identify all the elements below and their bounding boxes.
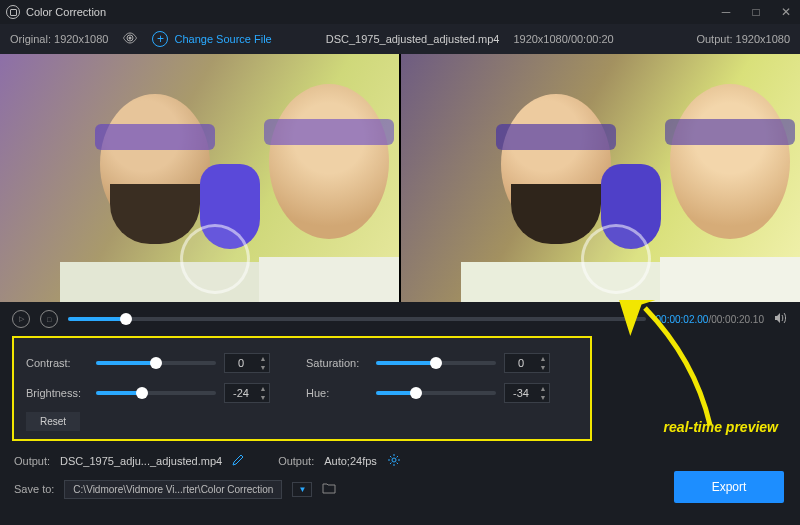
playback-bar: ▷ □ 00:00:02.00/00:00:20.10 bbox=[0, 302, 800, 336]
saturation-value[interactable]: 0▲▼ bbox=[504, 353, 550, 373]
brightness-label: Brightness: bbox=[26, 387, 88, 399]
saveto-path[interactable]: C:\Vidmore\Vidmore Vi...rter\Color Corre… bbox=[64, 480, 282, 499]
color-controls-panel: Contrast: 0▲▼ Saturation: 0▲▼ Brightness… bbox=[12, 336, 592, 441]
original-resolution-label: Original: 1920x1080 bbox=[10, 33, 108, 45]
saturation-label: Saturation: bbox=[306, 357, 368, 369]
chevron-up-icon[interactable]: ▲ bbox=[257, 384, 269, 393]
chevron-down-icon[interactable]: ▼ bbox=[537, 393, 549, 402]
app-logo-icon bbox=[6, 5, 20, 19]
svg-point-0 bbox=[129, 37, 132, 40]
titlebar: Color Correction ─ □ ✕ bbox=[0, 0, 800, 24]
stop-button[interactable]: □ bbox=[40, 310, 58, 328]
source-fileinfo: 1920x1080/00:00:20 bbox=[513, 33, 613, 45]
info-bar: Original: 1920x1080 + Change Source File… bbox=[0, 24, 800, 54]
saturation-slider[interactable] bbox=[376, 361, 496, 365]
source-filename: DSC_1975_adjusted_adjusted.mp4 bbox=[326, 33, 500, 45]
chevron-down-icon[interactable]: ▼ bbox=[292, 482, 312, 497]
minimize-button[interactable]: ─ bbox=[718, 5, 734, 19]
eye-icon[interactable] bbox=[122, 32, 138, 46]
chevron-down-icon[interactable]: ▼ bbox=[257, 363, 269, 372]
chevron-up-icon[interactable]: ▲ bbox=[537, 384, 549, 393]
svg-point-1 bbox=[392, 458, 396, 462]
chevron-down-icon[interactable]: ▼ bbox=[537, 363, 549, 372]
saveto-label: Save to: bbox=[14, 483, 54, 495]
pencil-icon[interactable] bbox=[232, 454, 244, 468]
preview-split bbox=[0, 54, 800, 302]
output-filename: DSC_1975_adju..._adjusted.mp4 bbox=[60, 455, 222, 467]
output-resolution-label: Output: 1920x1080 bbox=[696, 33, 790, 45]
preview-adjusted bbox=[401, 54, 800, 302]
close-button[interactable]: ✕ bbox=[778, 5, 794, 19]
output-format-label: Output: bbox=[278, 455, 314, 467]
plus-circle-icon: + bbox=[152, 31, 168, 47]
contrast-value[interactable]: 0▲▼ bbox=[224, 353, 270, 373]
chevron-down-icon[interactable]: ▼ bbox=[257, 393, 269, 402]
folder-icon[interactable] bbox=[322, 482, 336, 496]
reset-button[interactable]: Reset bbox=[26, 412, 80, 431]
contrast-label: Contrast: bbox=[26, 357, 88, 369]
change-source-button[interactable]: + Change Source File bbox=[152, 31, 271, 47]
hue-label: Hue: bbox=[306, 387, 368, 399]
hue-value[interactable]: -34▲▼ bbox=[504, 383, 550, 403]
preview-original bbox=[0, 54, 399, 302]
hue-slider[interactable] bbox=[376, 391, 496, 395]
timeline-slider[interactable] bbox=[68, 317, 646, 321]
brightness-value[interactable]: -24▲▼ bbox=[224, 383, 270, 403]
maximize-button[interactable]: □ bbox=[748, 5, 764, 19]
window-title: Color Correction bbox=[26, 6, 106, 18]
timecode: 00:00:02.00/00:00:20.10 bbox=[656, 314, 764, 325]
export-button[interactable]: Export bbox=[674, 471, 784, 503]
timecode-total: /00:00:20.10 bbox=[708, 314, 764, 325]
output-format: Auto;24fps bbox=[324, 455, 377, 467]
contrast-slider[interactable] bbox=[96, 361, 216, 365]
volume-icon[interactable] bbox=[774, 312, 788, 327]
gear-icon[interactable] bbox=[387, 453, 401, 469]
change-source-label: Change Source File bbox=[174, 33, 271, 45]
timecode-current: 00:00:02.00 bbox=[656, 314, 709, 325]
annotation-label: real-time preview bbox=[664, 419, 778, 435]
chevron-up-icon[interactable]: ▲ bbox=[257, 354, 269, 363]
play-button[interactable]: ▷ bbox=[12, 310, 30, 328]
output-file-label: Output: bbox=[14, 455, 50, 467]
brightness-slider[interactable] bbox=[96, 391, 216, 395]
chevron-up-icon[interactable]: ▲ bbox=[537, 354, 549, 363]
